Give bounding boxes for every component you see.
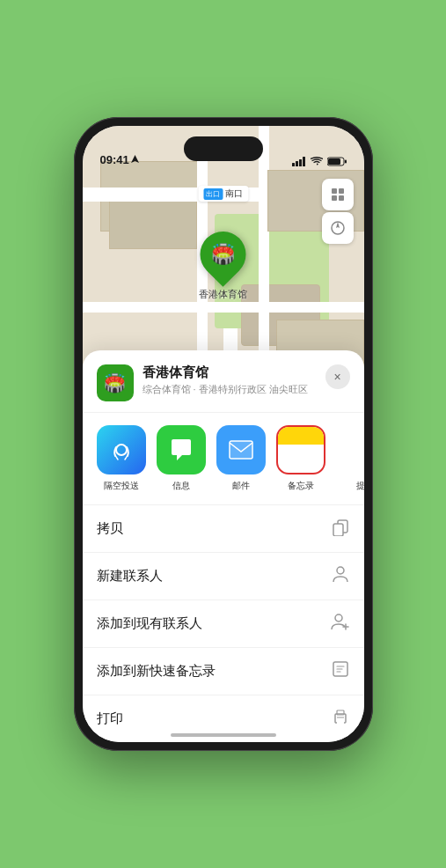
map-layers-icon xyxy=(330,187,346,202)
person-symbol xyxy=(331,564,350,584)
svg-rect-7 xyxy=(332,188,337,194)
svg-rect-2 xyxy=(299,159,302,166)
share-item-messages[interactable]: 信息 xyxy=(157,425,206,492)
status-time: 09:41 xyxy=(100,153,139,166)
add-note-label: 添加到新快速备忘录 xyxy=(97,663,216,680)
share-item-airdrop[interactable]: 隔空投送 xyxy=(97,425,146,492)
share-row: 隔空投送 信息 xyxy=(83,413,364,505)
add-existing-icon xyxy=(331,612,350,636)
close-icon: × xyxy=(333,370,340,384)
notes-label: 备忘录 xyxy=(288,480,314,492)
add-note-icon xyxy=(331,659,350,683)
map-road-5 xyxy=(83,302,364,313)
action-new-contact[interactable]: 新建联系人 xyxy=(83,553,364,600)
share-item-notes[interactable]: 备忘录 xyxy=(276,425,325,492)
person-add-symbol xyxy=(331,612,350,631)
notes-top-bar xyxy=(278,427,324,445)
mail-label: 邮件 xyxy=(232,480,250,492)
print-symbol xyxy=(331,707,350,726)
bottom-sheet: 🏟️ 香港体育馆 综合体育馆 · 香港特别行政区 油尖旺区 × xyxy=(83,350,364,742)
svg-rect-16 xyxy=(333,524,343,536)
copy-symbol xyxy=(331,517,350,536)
time-display: 09:41 xyxy=(100,153,129,166)
venue-sheet-icon: 🏟️ xyxy=(97,364,134,401)
phone-screen: 09:41 xyxy=(83,126,364,742)
venue-title: 香港体育馆 xyxy=(143,364,308,381)
map-view-toggle[interactable] xyxy=(322,179,354,210)
airdrop-symbol xyxy=(109,438,134,462)
airdrop-icon xyxy=(97,425,146,474)
svg-rect-6 xyxy=(345,160,347,164)
share-item-more[interactable]: 提 xyxy=(336,425,364,492)
sheet-header: 🏟️ 香港体育馆 综合体育馆 · 香港特别行政区 油尖旺区 × xyxy=(83,364,364,413)
venue-info: 香港体育馆 综合体育馆 · 香港特别行政区 油尖旺区 xyxy=(143,364,308,396)
svg-rect-3 xyxy=(303,157,305,166)
messages-label: 信息 xyxy=(172,480,190,492)
svg-rect-1 xyxy=(296,161,298,166)
venue-pin-icon: 🏟️ xyxy=(211,243,235,266)
wifi-icon xyxy=(311,157,323,166)
venue-map-label: 香港体育馆 xyxy=(199,288,247,301)
action-add-existing[interactable]: 添加到现有联系人 xyxy=(83,600,364,648)
home-indicator xyxy=(171,733,276,737)
more-icon-wrap xyxy=(336,425,364,474)
action-add-note[interactable]: 添加到新快速备忘录 xyxy=(83,648,364,695)
svg-rect-5 xyxy=(328,158,340,165)
new-contact-label: 新建联系人 xyxy=(97,568,163,585)
svg-rect-13 xyxy=(230,441,252,459)
airdrop-label: 隔空投送 xyxy=(104,480,139,492)
copy-label: 拷贝 xyxy=(97,520,123,537)
battery-icon xyxy=(327,157,347,166)
map-block-2 xyxy=(109,196,197,249)
svg-rect-9 xyxy=(332,195,337,201)
add-existing-label: 添加到现有联系人 xyxy=(97,615,202,632)
map-label-text: 南口 xyxy=(225,188,243,200)
svg-point-17 xyxy=(337,567,344,574)
svg-point-12 xyxy=(116,445,127,455)
map-label: 出口 南口 xyxy=(198,186,248,202)
pin-marker: 🏟️ xyxy=(191,222,256,287)
svg-rect-22 xyxy=(337,719,344,724)
print-label: 打印 xyxy=(97,710,123,727)
messages-symbol xyxy=(168,438,194,462)
action-copy[interactable]: 拷贝 xyxy=(83,505,364,553)
new-contact-icon xyxy=(331,564,350,588)
signal-icon xyxy=(292,157,306,166)
action-list: 拷贝 新建联系人 xyxy=(83,505,364,742)
messages-icon-wrap xyxy=(157,425,206,474)
close-button[interactable]: × xyxy=(325,364,350,389)
map-controls[interactable] xyxy=(322,179,354,244)
compass-icon xyxy=(331,221,345,235)
phone-frame: 09:41 xyxy=(74,117,373,751)
map-label-icon: 出口 xyxy=(203,188,223,200)
mail-icon-wrap xyxy=(216,425,266,474)
dynamic-island xyxy=(184,136,263,161)
svg-rect-8 xyxy=(339,188,344,194)
note-symbol xyxy=(331,659,350,679)
venue-subtitle: 综合体育馆 · 香港特别行政区 油尖旺区 xyxy=(143,383,308,396)
venue-pin: 🏟️ 香港体育馆 xyxy=(199,232,247,301)
copy-icon xyxy=(331,517,350,541)
print-icon xyxy=(331,707,350,731)
svg-point-18 xyxy=(335,614,342,622)
mail-symbol xyxy=(228,439,254,460)
share-item-mail[interactable]: 邮件 xyxy=(216,425,266,492)
location-button[interactable] xyxy=(322,212,354,244)
location-arrow-icon xyxy=(131,155,139,165)
notes-icon-wrap xyxy=(276,425,325,474)
svg-rect-10 xyxy=(339,195,344,201)
svg-rect-0 xyxy=(292,163,295,166)
notes-lines-area xyxy=(295,445,307,473)
status-icons xyxy=(292,157,347,166)
